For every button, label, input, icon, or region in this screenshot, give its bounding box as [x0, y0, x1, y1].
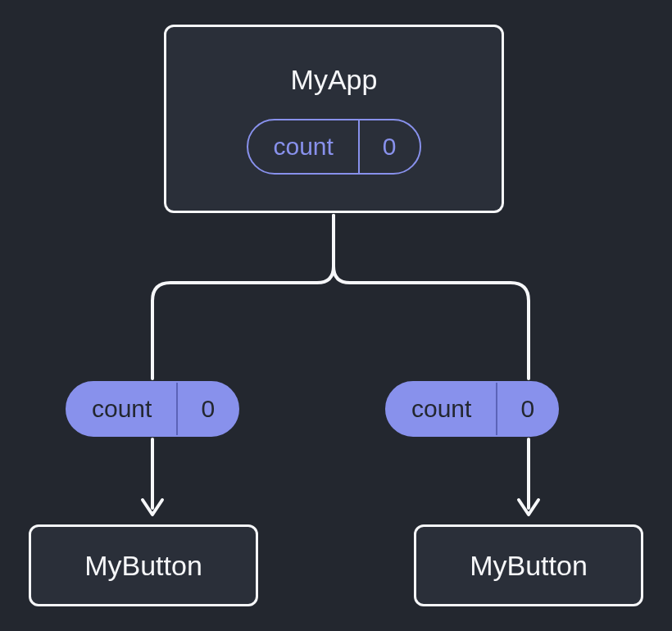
- prop-pill-right: count 0: [385, 381, 559, 437]
- parent-component-box: MyApp count 0: [164, 25, 504, 213]
- prop-left-label: count: [67, 383, 176, 435]
- prop-right-label: count: [387, 383, 496, 435]
- prop-pill-left: count 0: [66, 381, 239, 437]
- prop-right-value: 0: [496, 383, 557, 435]
- state-value: 0: [358, 120, 420, 173]
- child-right-name: MyButton: [470, 550, 588, 582]
- state-label: count: [248, 120, 357, 173]
- child-left-name: MyButton: [84, 550, 202, 582]
- parent-component-name: MyApp: [291, 64, 378, 96]
- child-component-box-left: MyButton: [29, 524, 258, 606]
- child-component-box-right: MyButton: [414, 524, 643, 606]
- component-tree-diagram: MyApp count 0 count 0 count 0 MyButton M…: [0, 0, 672, 631]
- prop-left-value: 0: [176, 383, 238, 435]
- state-pill: count 0: [247, 119, 420, 175]
